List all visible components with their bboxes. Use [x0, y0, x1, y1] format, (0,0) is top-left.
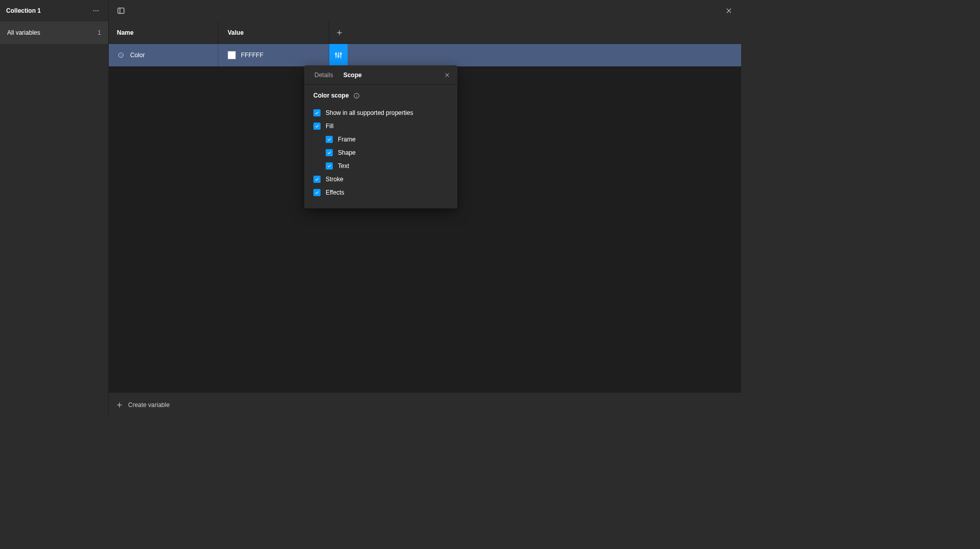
scope-option-label: Show in all supported properties: [326, 109, 413, 116]
scope-option-stroke[interactable]: Stroke: [313, 173, 448, 186]
main-panel: Name Value Color FFFFFF Details Scope: [109, 0, 741, 417]
column-header-name: Name: [109, 21, 218, 43]
svg-point-14: [335, 54, 337, 55]
sidebar-header: Collection 1: [0, 0, 108, 21]
svg-point-11: [121, 54, 122, 55]
scope-option-frame[interactable]: Frame: [313, 133, 448, 146]
popover-tabbar: Details Scope: [304, 65, 457, 85]
info-icon[interactable]: [353, 92, 360, 99]
topbar: [109, 0, 741, 21]
svg-point-16: [338, 56, 339, 57]
checkbox-checked-icon[interactable]: [313, 189, 321, 196]
close-icon[interactable]: [722, 4, 736, 18]
checkbox-checked-icon[interactable]: [313, 176, 321, 183]
svg-point-18: [340, 53, 341, 55]
variable-value-label: FFFFFF: [241, 52, 263, 59]
svg-point-10: [120, 54, 120, 55]
scope-option-effects[interactable]: Effects: [313, 186, 448, 199]
scope-option-label: Shape: [338, 149, 356, 156]
sidebar-item-count: 1: [97, 29, 101, 36]
sidebar-item-label: All variables: [7, 29, 40, 36]
svg-rect-3: [118, 8, 124, 14]
scope-option-shape[interactable]: Shape: [313, 146, 448, 159]
variable-name: Color: [130, 52, 145, 59]
sidebar: Collection 1 All variables 1: [0, 0, 109, 417]
column-header-value: Value: [218, 21, 329, 43]
svg-point-9: [118, 53, 123, 57]
scope-option-label: Fill: [326, 123, 333, 130]
scope-title: Color scope: [313, 92, 349, 99]
scope-option-text[interactable]: Text: [313, 159, 448, 173]
svg-point-0: [93, 10, 94, 11]
popover-close-icon[interactable]: [441, 69, 453, 81]
variable-settings-button[interactable]: [329, 44, 348, 66]
more-icon[interactable]: [90, 5, 102, 17]
svg-point-12: [122, 55, 122, 56]
svg-point-1: [95, 10, 96, 11]
color-swatch: [228, 51, 236, 59]
color-type-icon: [117, 51, 125, 59]
checkbox-checked-icon[interactable]: [326, 162, 333, 170]
variable-value-cell[interactable]: FFFFFF: [218, 44, 329, 66]
scope-option-label: Frame: [338, 136, 356, 143]
checkbox-checked-icon[interactable]: [313, 123, 321, 130]
variable-name-cell[interactable]: Color: [109, 44, 218, 66]
tab-details[interactable]: Details: [314, 71, 333, 79]
collection-title[interactable]: Collection 1: [6, 7, 41, 14]
scope-option-label: Text: [338, 162, 349, 170]
create-variable-button[interactable]: Create variable: [109, 392, 741, 417]
checkbox-checked-icon[interactable]: [313, 109, 321, 116]
sidebar-item-all-variables[interactable]: All variables 1: [0, 21, 108, 44]
checkbox-checked-icon[interactable]: [326, 136, 333, 143]
add-mode-button[interactable]: [329, 29, 350, 36]
plus-icon: [116, 401, 123, 409]
variable-scope-popover: Details Scope Color scope Show in all su…: [304, 65, 457, 208]
scope-title-row: Color scope: [313, 92, 448, 99]
panel-toggle-icon[interactable]: [114, 4, 128, 18]
variable-row[interactable]: Color FFFFFF: [109, 44, 741, 66]
svg-point-2: [97, 10, 99, 11]
checkbox-checked-icon[interactable]: [326, 149, 333, 156]
tab-scope[interactable]: Scope: [344, 71, 362, 79]
create-variable-label: Create variable: [128, 401, 169, 409]
scope-option-fill[interactable]: Fill: [313, 120, 448, 133]
svg-point-23: [356, 94, 357, 94]
scope-option-label: Stroke: [326, 176, 344, 183]
scope-option-label: Effects: [326, 189, 344, 196]
scope-option-show-all[interactable]: Show in all supported properties: [313, 106, 448, 120]
table-header: Name Value: [109, 21, 741, 44]
